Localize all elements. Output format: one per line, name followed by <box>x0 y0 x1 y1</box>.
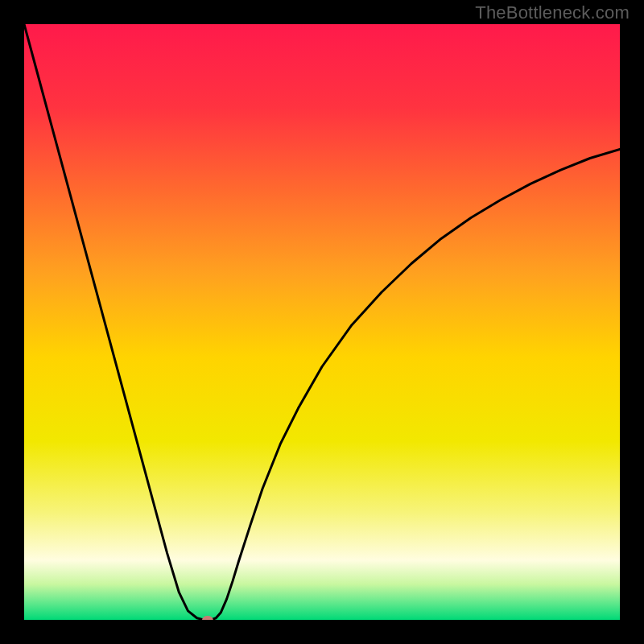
watermark: TheBottleneck.com <box>475 2 630 23</box>
bottleneck-chart <box>24 24 620 620</box>
plot-frame <box>24 24 620 620</box>
